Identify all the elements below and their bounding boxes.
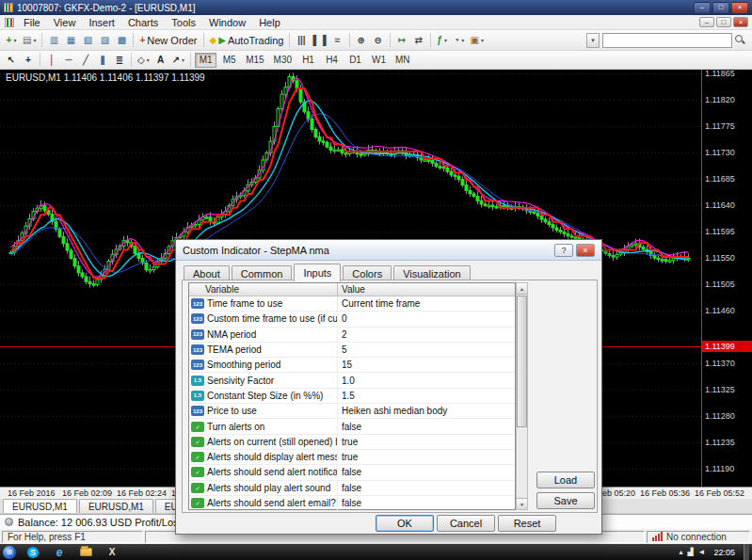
show-desktop-button[interactable] bbox=[744, 544, 749, 560]
menu-insert[interactable]: Insert bbox=[82, 17, 121, 28]
param-value[interactable]: false bbox=[338, 422, 515, 432]
timeframe-w1-button[interactable]: W1 bbox=[368, 53, 390, 68]
bar-chart-button[interactable]: ||| bbox=[293, 32, 310, 49]
new-chart-button[interactable]: +▾ bbox=[3, 32, 20, 49]
zoom-out-button[interactable]: ⊖ bbox=[370, 32, 387, 49]
param-value[interactable]: Current time frame bbox=[338, 298, 515, 309]
tab-inputs[interactable]: Inputs bbox=[294, 264, 341, 281]
param-value[interactable]: false bbox=[338, 498, 515, 508]
arrows-button[interactable]: ↗▾ bbox=[169, 52, 187, 69]
param-row[interactable]: 123Smoothing period15 bbox=[189, 358, 515, 373]
param-value[interactable]: true bbox=[338, 437, 515, 447]
crosshair-button[interactable]: + bbox=[20, 52, 37, 69]
horizontal-line-button[interactable]: ─ bbox=[60, 52, 77, 69]
mdi-restore-button[interactable]: □ bbox=[716, 17, 731, 27]
periods-button[interactable]: ◔▾ bbox=[451, 32, 468, 49]
navigator-button[interactable]: ▧ bbox=[79, 32, 96, 49]
reset-button[interactable]: Reset bbox=[498, 515, 556, 532]
param-value[interactable]: true bbox=[338, 452, 515, 462]
timeframe-h1-button[interactable]: H1 bbox=[297, 53, 319, 68]
start-button[interactable]: ⊞ bbox=[3, 546, 16, 559]
timeframe-m5-button[interactable]: M5 bbox=[218, 53, 240, 68]
dialog-help-button[interactable]: ? bbox=[554, 244, 573, 257]
param-row[interactable]: 123Price to useHeiken ashi median body bbox=[189, 404, 515, 419]
new-order-button[interactable]: +New Order bbox=[136, 32, 200, 49]
param-value[interactable]: 1.0 bbox=[338, 376, 515, 386]
param-row[interactable]: ✓Alerts should play alert soundfalse bbox=[189, 481, 515, 496]
line-chart-button[interactable]: ≈ bbox=[329, 32, 346, 49]
cancel-button[interactable]: Cancel bbox=[437, 515, 495, 532]
cursor-button[interactable]: ↖ bbox=[3, 52, 20, 69]
param-row[interactable]: ✓Alerts should display alert messagetrue bbox=[189, 450, 515, 465]
maximize-button[interactable]: □ bbox=[712, 2, 729, 13]
shapes-button[interactable]: ◇▾ bbox=[135, 52, 152, 69]
trendline-button[interactable]: ╱ bbox=[77, 52, 94, 69]
param-row[interactable]: 123Custom time frame to use (if custom t… bbox=[189, 312, 515, 327]
param-value[interactable]: false bbox=[338, 467, 515, 477]
menu-help[interactable]: Help bbox=[252, 17, 287, 28]
search-dropdown-button[interactable]: ▾ bbox=[586, 33, 600, 48]
timeframe-m15-button[interactable]: M15 bbox=[242, 53, 267, 68]
param-row[interactable]: 123TEMA period5 bbox=[189, 343, 515, 358]
menu-tools[interactable]: Tools bbox=[165, 17, 202, 28]
profiles-button[interactable]: ▤▾ bbox=[20, 32, 39, 49]
param-value[interactable]: 5 bbox=[338, 344, 515, 355]
menu-window[interactable]: Window bbox=[202, 17, 252, 28]
menu-view[interactable]: View bbox=[47, 17, 83, 28]
param-row[interactable]: ✓Alerts should send alert notificationfa… bbox=[189, 465, 515, 480]
market-watch-button[interactable]: ▥ bbox=[45, 32, 62, 49]
timeframe-mn-button[interactable]: MN bbox=[392, 53, 414, 68]
auto-scroll-button[interactable]: ↦ bbox=[393, 32, 410, 49]
terminal-button[interactable]: ▨ bbox=[96, 32, 113, 49]
menu-charts[interactable]: Charts bbox=[121, 17, 165, 28]
mdi-close-button[interactable]: × bbox=[733, 17, 748, 27]
candlestick-chart-button[interactable]: ▌▐ bbox=[310, 32, 328, 49]
param-value[interactable]: 0 bbox=[338, 313, 515, 324]
vertical-line-button[interactable]: │ bbox=[43, 52, 60, 69]
param-row[interactable]: ✓Turn alerts onfalse bbox=[189, 419, 515, 434]
scroll-up-button[interactable]: ▲ bbox=[517, 283, 527, 295]
timeframe-m30-button[interactable]: M30 bbox=[270, 53, 296, 68]
dialog-close-button[interactable]: × bbox=[576, 244, 595, 257]
timeframe-d1-button[interactable]: D1 bbox=[344, 53, 366, 68]
close-button[interactable]: × bbox=[731, 2, 748, 13]
param-row[interactable]: 123Time frame to useCurrent time frame bbox=[189, 296, 515, 312]
load-button[interactable]: Load bbox=[536, 472, 595, 488]
chart-window-tab[interactable]: EURUSD,M1 bbox=[79, 499, 153, 513]
scrollbar-thumb[interactable] bbox=[517, 296, 527, 427]
ok-button[interactable]: OK bbox=[376, 515, 434, 532]
param-value[interactable]: 15 bbox=[338, 360, 515, 370]
search-input[interactable] bbox=[602, 33, 732, 48]
param-row[interactable]: 1.5Sensivity Factor1.0 bbox=[189, 373, 515, 388]
param-value[interactable]: Heiken ashi median body bbox=[338, 406, 515, 416]
chart-shift-button[interactable]: ⇄ bbox=[410, 32, 427, 49]
strategy-tester-button[interactable]: ▩ bbox=[113, 32, 130, 49]
taskbar-skype-button[interactable]: S bbox=[24, 545, 42, 559]
data-window-button[interactable]: ▦ bbox=[62, 32, 79, 49]
hidden-icons-icon[interactable]: ▴ bbox=[679, 548, 682, 556]
grid-scrollbar[interactable]: ▲ ▼ bbox=[516, 282, 528, 510]
param-row[interactable]: 1.5Constant Step Size (in %%)1.5 bbox=[189, 389, 515, 404]
volume-icon[interactable]: ◄ bbox=[698, 548, 706, 556]
param-row[interactable]: ✓Alerts on current (still opened) bartru… bbox=[189, 435, 515, 450]
taskbar-clock[interactable]: 22:05 bbox=[709, 548, 740, 557]
zoom-in-button[interactable]: ⊕ bbox=[353, 32, 370, 49]
taskbar-internet-explorer-button[interactable]: e bbox=[50, 545, 69, 559]
param-row[interactable]: ✓Alerts should send alert email?false bbox=[189, 496, 515, 511]
timeframe-m1-button[interactable]: M1 bbox=[195, 53, 216, 68]
network-icon[interactable]: ▟ bbox=[687, 548, 693, 556]
save-button[interactable]: Save bbox=[536, 492, 595, 509]
scroll-down-button[interactable]: ▼ bbox=[517, 498, 527, 509]
minimize-button[interactable]: – bbox=[694, 2, 711, 13]
indicators-button[interactable]: ƒ▾ bbox=[434, 32, 451, 49]
fibonacci-button[interactable]: ≣ bbox=[111, 52, 128, 69]
param-value[interactable]: 1.5 bbox=[338, 391, 515, 401]
chart-window-tab[interactable]: EURUSD,M1 bbox=[3, 499, 77, 513]
param-row[interactable]: 123NMA period2 bbox=[189, 328, 515, 343]
menu-file[interactable]: File bbox=[17, 17, 47, 28]
param-value[interactable]: 2 bbox=[338, 329, 515, 340]
templates-button[interactable]: ▣▾ bbox=[468, 32, 487, 49]
autotrading-button[interactable]: ◆▶AutoTrading bbox=[207, 32, 287, 49]
param-value[interactable]: false bbox=[338, 483, 515, 493]
text-label-button[interactable]: A bbox=[152, 52, 169, 69]
